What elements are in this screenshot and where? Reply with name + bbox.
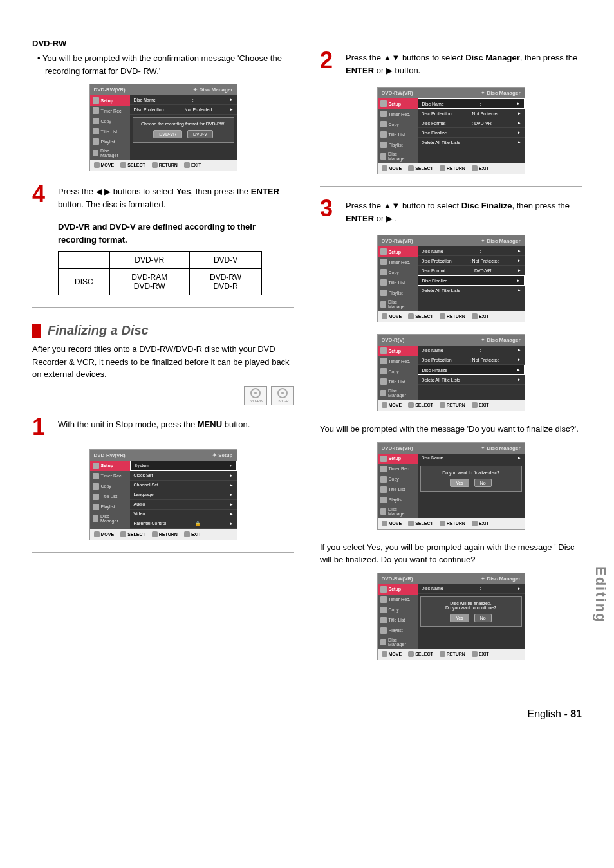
no-button[interactable]: No [474, 479, 492, 487]
dvdrw-bullet: You will be prompted with the confirmati… [45, 52, 294, 77]
step-3: 3 Press the ▲▼ button to select Disc Fin… [320, 197, 582, 225]
select-icon [408, 651, 414, 657]
select-icon [408, 402, 414, 408]
sidebar-item: Copy [378, 366, 418, 376]
step-number: 3 [320, 197, 339, 225]
list-row: Disc Protection: Not Protected▸ [418, 256, 525, 266]
return-icon [440, 313, 445, 319]
sidebar-item: Disc Manager [90, 147, 130, 160]
list-row: Audio▸ [130, 500, 237, 510]
sidebar-item: Copy [90, 481, 130, 492]
return-icon [440, 402, 445, 408]
yes-button[interactable]: Yes [450, 479, 469, 487]
disc-icon [380, 301, 387, 308]
disc-icon [380, 508, 387, 515]
osd-disc-finalize-r: DVD-R(V) ✦ Disc Manager Setup Timer Rec.… [377, 334, 525, 411]
finalize-continue-text: If you select Yes, you will be prompted … [320, 541, 582, 566]
sidebar-item: Copy [378, 605, 418, 615]
osd-section: ✦ Disc Manager [193, 87, 232, 93]
copy-icon [380, 121, 387, 127]
step-2: 2 Press the ▲▼ buttons to select Disc Ma… [320, 49, 582, 77]
left-right-arrows-icon: ◀ ▶ [96, 187, 111, 196]
list-icon [380, 378, 387, 385]
osd-disc-manager: DVD-RW(VR) ✦ Disc Manager Setup Timer Re… [377, 87, 525, 174]
osd-title: DVD-RW(VR) [382, 238, 413, 244]
step-number: 1 [32, 416, 51, 439]
dvd-vr-button[interactable]: DVD-VR [153, 130, 182, 138]
gear-icon [380, 248, 387, 255]
sidebar-item: Title List [90, 492, 130, 502]
sidebar-item: Setup [378, 584, 418, 595]
list-row: Video▸ [130, 510, 237, 519]
osd-section: ✦ Disc Manager [481, 90, 520, 96]
sidebar-item: Setup [378, 454, 418, 464]
up-down-arrows-icon: ▲▼ [384, 201, 400, 210]
list-row: Delete All Title Lists▸ [418, 375, 525, 385]
playlist-icon [93, 138, 99, 145]
divider [320, 186, 582, 187]
sidebar-item: Disc Manager [90, 512, 130, 525]
disc-icon [93, 150, 99, 156]
move-icon [382, 165, 387, 171]
list-row: Channel Set▸ [130, 481, 237, 490]
exit-icon [472, 521, 478, 526]
sidebar-item: Title List [378, 485, 418, 495]
copy-icon [93, 483, 99, 490]
clock-icon [380, 111, 387, 117]
sidebar-item: Setup [378, 346, 418, 356]
divider [32, 307, 294, 308]
no-button[interactable]: No [474, 614, 492, 622]
osd-title: DVD-RW(VR) [94, 87, 126, 93]
clock-icon [380, 259, 387, 265]
clock-icon [93, 473, 99, 479]
sidebar-item: Disc Manager [378, 505, 418, 518]
list-row: Disc Protection: Not Protected▸ [418, 355, 525, 365]
sidebar-item: Setup [378, 246, 418, 257]
osd-section: ✦ Disc Manager [481, 238, 520, 244]
return-icon [152, 531, 158, 537]
select-icon [408, 165, 414, 171]
osd-title: DVD-RW(VR) [94, 452, 126, 458]
list-row: Parental Control🔒▸ [130, 519, 237, 529]
list-row: Disc Protection: Not Protected▸ [418, 109, 525, 118]
gear-icon [380, 456, 387, 462]
exit-icon [472, 402, 478, 408]
move-icon [94, 162, 100, 168]
gear-icon [380, 347, 387, 354]
step-number: 4 [32, 183, 51, 210]
osd-title: DVD-RW(VR) [382, 445, 413, 451]
list-icon [93, 128, 99, 134]
osd-title: DVD-RW(VR) [382, 576, 413, 582]
sidebar-item: Setup [378, 98, 418, 109]
osd-title: DVD-RW(VR) [382, 90, 413, 96]
list-row: Disc Finalize▸ [418, 128, 525, 138]
section-tab-editing: Editing [592, 566, 609, 623]
sidebar-item: Playlist [90, 502, 130, 512]
list-row: Disc Name:▸ [418, 98, 525, 109]
sidebar-item: Timer Rec. [378, 356, 418, 366]
move-icon [94, 531, 100, 537]
osd-title: DVD-R(V) [382, 337, 405, 343]
disc-icon [93, 515, 99, 522]
list-row: Clock Set▸ [130, 471, 237, 481]
dvd-v-button[interactable]: DVD-V [187, 130, 213, 138]
osd-setup: DVD-RW(VR) ✦ Setup Setup Timer Rec. Copy… [89, 449, 237, 540]
step-1: 1 With the unit in Stop mode, press the … [32, 416, 294, 439]
sidebar-item: Playlist [378, 288, 418, 298]
osd-finalize-continue: DVD-RW(VR) ✦ Disc Manager Setup Timer Re… [377, 573, 525, 660]
yes-button[interactable]: Yes [450, 614, 469, 622]
osd-section: ✦ Disc Manager [481, 445, 520, 451]
finalizing-heading: Finalizing a Disc [32, 323, 294, 338]
popup-finalize-continue: Disc will be finalized. Do you want to c… [420, 596, 522, 627]
sidebar-item: Timer Rec. [90, 106, 130, 116]
sidebar-item: Disc Manager [378, 150, 418, 163]
disc-icon [380, 390, 387, 396]
sidebar-item: Playlist [90, 136, 130, 147]
sidebar-item: Timer Rec. [378, 595, 418, 605]
sidebar-item: Playlist [378, 625, 418, 636]
sidebar-item: Copy [378, 267, 418, 277]
clock-icon [380, 358, 387, 364]
select-icon [408, 313, 414, 319]
clock-icon [93, 107, 99, 114]
sidebar-item: Timer Rec. [378, 464, 418, 474]
